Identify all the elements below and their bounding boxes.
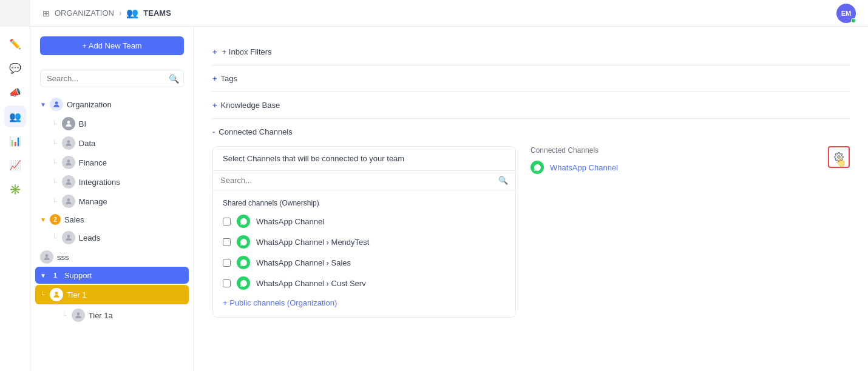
data-label: Data: [79, 139, 95, 148]
wa-icon-wa2: [237, 235, 250, 249]
knowledge-base-label: Knowledge Base: [221, 101, 280, 110]
connector-leads: └: [52, 234, 57, 241]
svg-point-2: [67, 140, 70, 143]
connected-channels-minus: -: [212, 127, 215, 136]
tree-item-data[interactable]: └ Data: [30, 133, 194, 153]
nav-people[interactable]: 👥: [4, 105, 26, 127]
sidebar: + Add New Team 🔍 ▼ Organization └: [30, 27, 194, 371]
wa-icon-wa4: [237, 276, 250, 290]
connector-finance: └: [52, 159, 57, 166]
online-status-dot: [851, 18, 856, 23]
sales-label: Sales: [64, 215, 84, 224]
svg-point-1: [67, 121, 70, 124]
connector-tier1: └: [40, 291, 45, 298]
sss-label: sss: [57, 253, 69, 262]
channel-item-wa1[interactable]: WhatsApp Channel: [213, 211, 515, 232]
avatar-tier1a: [72, 309, 85, 322]
wa-icon-wa1: [237, 215, 250, 228]
channel-item-wa2[interactable]: WhatsApp Channel › MendyTest: [213, 232, 515, 252]
channel-checkbox-wa2[interactable]: [223, 238, 231, 246]
tree-item-integrations[interactable]: └ Integrations: [30, 172, 194, 192]
tree-item-sales[interactable]: ▼ 2 Sales: [30, 211, 194, 228]
inbox-filters-header[interactable]: + + Inbox Filters: [212, 47, 850, 56]
org-grid-icon: ⊞: [42, 8, 50, 18]
channel-checkbox-wa1[interactable]: [223, 218, 231, 226]
sidebar-header: + Add New Team: [30, 27, 194, 65]
channel-name-wa2: WhatsApp Channel › MendyTest: [256, 238, 369, 247]
svg-point-7: [46, 254, 49, 257]
manage-label: Manage: [79, 197, 107, 206]
user-avatar[interactable]: EM: [836, 4, 856, 23]
tree-item-sss[interactable]: sss: [30, 247, 194, 267]
channel-search-icon: 🔍: [498, 176, 508, 185]
channel-selector: Select Channels that will be connected t…: [212, 146, 516, 318]
org-label: Organization: [67, 100, 112, 109]
channel-group-label: Shared channels (Ownership): [213, 195, 515, 211]
channel-checkbox-wa3[interactable]: [223, 259, 231, 267]
settings-gear-button[interactable]: 👆: [828, 146, 850, 168]
connected-wa-link[interactable]: WhatsApp Channel: [550, 163, 618, 172]
svg-point-10: [838, 156, 840, 158]
avatar-integrations: [62, 175, 75, 189]
connector-data: └: [52, 139, 57, 147]
connected-channels-label: Connected Channels: [219, 127, 292, 136]
tree-item-finance[interactable]: └ Finance: [30, 153, 194, 172]
channel-search: 🔍: [213, 171, 515, 190]
avatar-tier1: [50, 288, 63, 301]
breadcrumb-org: ORGANIZATION: [55, 8, 114, 18]
channel-selector-title: Select Channels that will be connected t…: [213, 147, 515, 171]
avatar-manage: [62, 195, 75, 208]
channel-list: Shared channels (Ownership) WhatsApp Cha…: [213, 190, 515, 317]
icon-nav: ✏️ 💬 📣 👥 📊 📈 ✳️: [0, 27, 30, 371]
tree-item-manage[interactable]: └ Manage: [30, 192, 194, 211]
tags-plus: +: [212, 74, 217, 83]
inbox-filters-section: + + Inbox Filters: [212, 39, 850, 65]
nav-megaphone[interactable]: 📣: [4, 81, 26, 103]
channel-item-wa4[interactable]: WhatsApp Channel › Cust Serv: [213, 273, 515, 293]
teams-icon: 👥: [126, 7, 138, 19]
connected-channels-title: Connected Channels: [531, 146, 652, 155]
search-icon: 🔍: [169, 74, 179, 84]
channel-item-wa3[interactable]: WhatsApp Channel › Sales: [213, 252, 515, 273]
nav-chat[interactable]: 💬: [4, 57, 26, 79]
channel-search-input[interactable]: [220, 176, 493, 185]
connector-tier1a: └: [62, 312, 67, 319]
nav-pen[interactable]: ✏️: [4, 33, 26, 55]
tree-item-tier1[interactable]: └ Tier 1: [35, 285, 189, 304]
connected-panel: Connected Channels WhatsApp Channel: [531, 146, 652, 179]
nav-hub[interactable]: ✳️: [4, 178, 26, 200]
svg-point-3: [67, 159, 70, 162]
nav-bar-chart[interactable]: 📈: [4, 154, 26, 176]
svg-point-0: [55, 101, 58, 104]
channel-name-wa3: WhatsApp Channel › Sales: [256, 258, 351, 267]
tree-item-org[interactable]: ▼ Organization: [30, 95, 194, 114]
nav-pie-chart[interactable]: 📊: [4, 130, 26, 152]
add-team-button[interactable]: + Add New Team: [40, 36, 184, 55]
tree-item-bi[interactable]: └ BI: [30, 114, 194, 133]
leads-label: Leads: [79, 233, 100, 242]
chevron-org: ▼: [40, 101, 46, 108]
svg-point-4: [67, 179, 70, 182]
search-box: 🔍: [40, 70, 184, 87]
tree-item-tier1a[interactable]: └ Tier 1a: [30, 306, 194, 325]
bi-label: BI: [79, 119, 86, 129]
search-input[interactable]: [40, 70, 184, 87]
tags-header[interactable]: + Tags: [212, 74, 850, 83]
channel-checkbox-wa4[interactable]: [223, 279, 231, 287]
avatar-sss: [40, 250, 53, 264]
tier1-label: Tier 1: [67, 290, 87, 299]
public-channels-button[interactable]: + Public channels (Organization): [213, 293, 515, 312]
tree-item-support[interactable]: ▼ 1 Support: [35, 267, 189, 284]
chevron-support: ▼: [40, 272, 46, 279]
svg-point-6: [67, 235, 70, 238]
connected-channels-section: - Connected Channels Select Channels tha…: [212, 119, 850, 326]
knowledge-base-header[interactable]: + Knowledge Base: [212, 101, 850, 110]
badge-support: 1: [50, 270, 61, 281]
svg-point-8: [55, 292, 58, 295]
connected-channels-header[interactable]: - Connected Channels: [212, 127, 850, 136]
tree-item-leads[interactable]: └ Leads: [30, 228, 194, 247]
knowledge-base-section: + Knowledge Base: [212, 92, 850, 119]
tags-section: + Tags: [212, 65, 850, 92]
breadcrumb-separator: ›: [119, 8, 121, 18]
inbox-filters-label: + Inbox Filters: [222, 47, 272, 56]
